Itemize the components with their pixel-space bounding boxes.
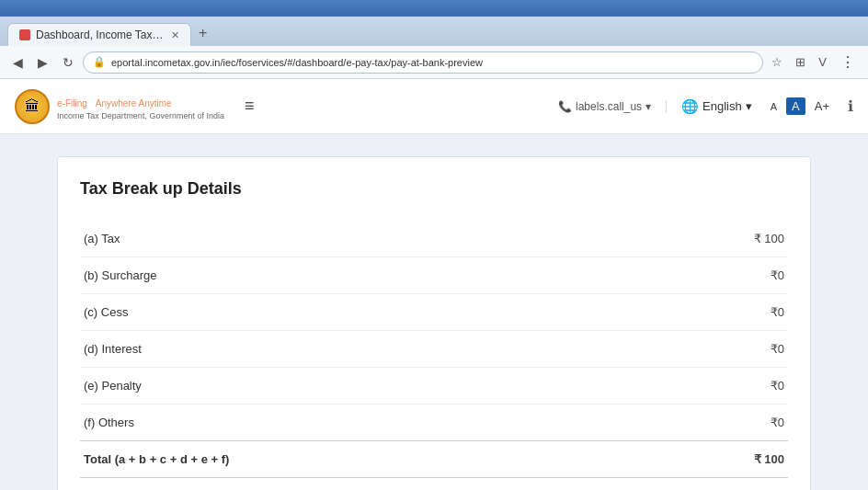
tax-row-5: (f) Others ₹0 [80,405,788,441]
header-actions: 📞 labels.call_us ▾ 🌐 English ▾ A A A+ ℹ [558,97,853,115]
language-selector[interactable]: 🌐 English ▾ [681,98,752,115]
extension-button[interactable]: ⊞ [791,51,810,73]
tab-label: Dashboard, Income Tax Portal, G... [36,28,166,41]
tax-row-3: (d) Interest ₹0 [80,331,788,368]
tax-row-0: (a) Tax ₹ 100 [80,221,788,257]
font-controls: A A A+ [767,97,833,115]
phone-icon: 📞 [558,100,572,113]
language-label: English [702,99,742,113]
nav-actions: ☆ ⊞ V ⋮ [767,51,861,73]
card-title: Tax Break up Details [80,179,788,199]
address-bar[interactable]: 🔒 eportal.incometax.gov.in/iec/foservice… [83,51,763,74]
tax-row-2: (c) Cess ₹0 [80,294,788,331]
tax-row-value: ₹0 [436,257,788,294]
total-row: Total (a + b + c + d + e + f) ₹ 100 [80,441,788,478]
info-button[interactable]: ℹ [848,97,853,115]
refresh-button[interactable]: ↻ [57,51,79,74]
active-tab[interactable]: Dashboard, Income Tax Portal, G... ✕ [7,23,191,46]
app-header: 🏛 e-Filing Anywhere Anytime Income Tax D… [0,79,868,134]
font-normal-button[interactable]: A [786,97,805,115]
total-label: Total (a + b + c + d + e + f) [80,441,436,478]
total-value: ₹ 100 [436,441,788,478]
language-dropdown-icon: ▾ [746,99,752,113]
tax-row-1: (b) Surcharge ₹0 [80,257,788,294]
tax-row-label: (d) Interest [80,331,436,368]
words-value: Rupees One Hundred Only [436,478,788,491]
tax-breakup-card: Tax Break up Details (a) Tax ₹ 100 (b) S… [57,156,811,490]
back-button[interactable]: ◀ [7,51,29,74]
tax-row-value: ₹0 [436,405,788,441]
font-increase-button[interactable]: A+ [811,97,833,115]
logo-area: 🏛 e-Filing Anywhere Anytime Income Tax D… [15,89,224,124]
navigation-bar: ◀ ▶ ↻ 🔒 eportal.incometax.gov.in/iec/fos… [0,46,868,79]
tax-row-value: ₹0 [436,331,788,368]
tax-row-label: (e) Penalty [80,368,436,405]
security-icon: 🔒 [93,56,106,68]
browser-chrome-top [0,0,868,17]
tax-row-label: (a) Tax [80,221,436,257]
call-us-link[interactable]: 📞 labels.call_us ▾ [558,100,667,113]
hamburger-menu-button[interactable]: ≡ [239,91,260,121]
tax-row-label: (f) Others [80,405,436,441]
font-decrease-button[interactable]: A [767,99,781,114]
call-us-dropdown-icon: ▾ [645,100,651,113]
browser-menu-button[interactable]: ⋮ [835,51,861,73]
logo-emblem: 🏛 [15,89,50,124]
logo-efiling: e-Filing Anywhere Anytime [57,92,224,111]
new-tab-button[interactable]: + [191,20,214,46]
words-label: In words [80,478,436,491]
main-content: Tax Break up Details (a) Tax ₹ 100 (b) S… [0,134,868,490]
profile-button[interactable]: V [814,51,831,73]
logo-subtitle: Income Tax Department, Government of Ind… [57,111,224,120]
tax-row-4: (e) Penalty ₹0 [80,368,788,405]
forward-button[interactable]: ▶ [32,51,53,74]
tax-row-value: ₹ 100 [436,221,788,257]
logo-text: e-Filing Anywhere Anytime Income Tax Dep… [57,92,224,120]
tax-row-value: ₹0 [436,368,788,405]
globe-icon: 🌐 [681,98,699,115]
logo-tagline: Anywhere Anytime [96,98,172,108]
bookmark-star-button[interactable]: ☆ [767,51,787,73]
tax-row-value: ₹0 [436,294,788,331]
tax-row-label: (b) Surcharge [80,257,436,294]
tab-close-button[interactable]: ✕ [171,29,179,41]
url-text: eportal.incometax.gov.in/iec/foservices/… [111,57,483,68]
words-row: In words Rupees One Hundred Only [80,478,788,491]
tax-row-label: (c) Cess [80,294,436,331]
tab-bar: Dashboard, Income Tax Portal, G... ✕ + [0,17,868,46]
call-us-label: labels.call_us [576,100,642,113]
tab-favicon [19,29,30,40]
tax-table: (a) Tax ₹ 100 (b) Surcharge ₹0 (c) Cess … [80,221,788,490]
